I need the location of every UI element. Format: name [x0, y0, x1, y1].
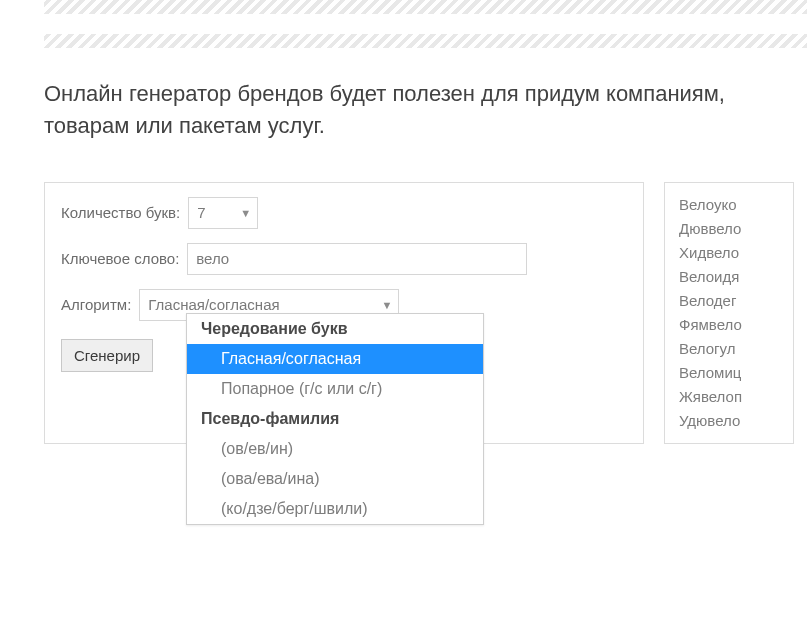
results-panel: Велоуко Дюввело Хидвело Велоидя Велодег … — [664, 182, 794, 444]
intro-text: Онлайн генератор брендов будет полезен д… — [44, 78, 807, 142]
algorithm-value: Гласная/согласная — [148, 296, 279, 313]
chevron-down-icon: ▼ — [381, 299, 392, 311]
count-label: Количество букв: — [61, 204, 180, 221]
algorithm-dropdown: Чередование букв Гласная/согласная Попар… — [186, 313, 484, 525]
result-item: Велодег — [679, 289, 779, 313]
decorative-stripe-1 — [44, 0, 807, 14]
result-item: Жявелоп — [679, 385, 779, 409]
algorithm-label: Алгоритм: — [61, 296, 131, 313]
result-item: Веломиц — [679, 361, 779, 385]
decorative-stripe-2 — [44, 34, 807, 48]
generator-form: Количество букв: 7 ▼ Ключевое слово: вел… — [44, 182, 644, 444]
generate-button[interactable]: Сгенерир — [61, 339, 153, 372]
result-item: Велогул — [679, 337, 779, 361]
result-item: Дюввело — [679, 217, 779, 241]
result-item: Хидвело — [679, 241, 779, 265]
result-item: Фямвело — [679, 313, 779, 337]
dropdown-option-ov-ev-in[interactable]: (ов/ев/ин) — [187, 434, 483, 464]
row-keyword: Ключевое слово: вело — [61, 243, 627, 275]
dropdown-group-alternation: Чередование букв — [187, 314, 483, 344]
keyword-label: Ключевое слово: — [61, 250, 179, 267]
keyword-value: вело — [196, 250, 229, 267]
result-item: Удювело — [679, 409, 779, 433]
dropdown-option-ko-dze-berg[interactable]: (ко/дзе/берг/швили) — [187, 494, 483, 524]
row-count: Количество букв: 7 ▼ — [61, 197, 627, 229]
dropdown-option-paired[interactable]: Попарное (г/с или с/г) — [187, 374, 483, 404]
dropdown-option-vowel-consonant[interactable]: Гласная/согласная — [187, 344, 483, 374]
keyword-input[interactable]: вело — [187, 243, 527, 275]
count-value: 7 — [197, 204, 205, 221]
count-select[interactable]: 7 ▼ — [188, 197, 258, 229]
result-item: Велоидя — [679, 265, 779, 289]
dropdown-group-pseudo-surname: Псевдо-фамилия — [187, 404, 483, 434]
result-item: Велоуко — [679, 193, 779, 217]
chevron-down-icon: ▼ — [240, 207, 251, 219]
dropdown-option-ova-eva-ina[interactable]: (ова/ева/ина) — [187, 464, 483, 494]
